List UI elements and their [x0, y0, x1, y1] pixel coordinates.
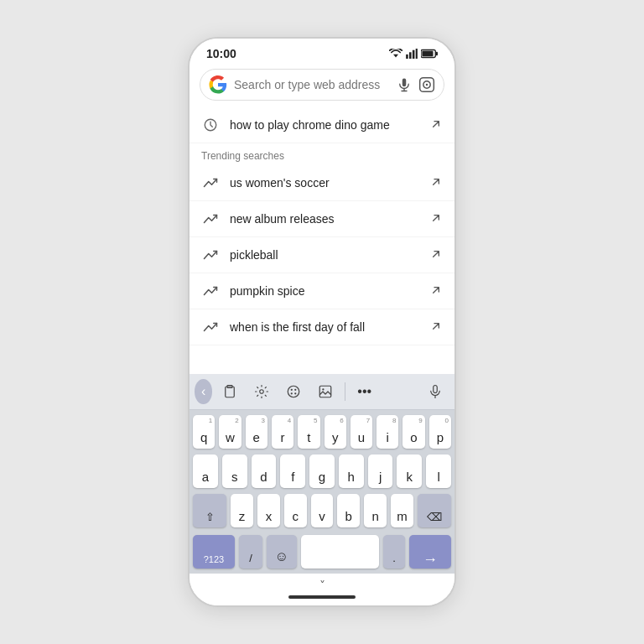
- key-o[interactable]: 9o: [402, 415, 424, 449]
- google-logo: [209, 75, 227, 94]
- key-q[interactable]: 1q: [193, 415, 215, 449]
- wifi-icon: [389, 49, 402, 59]
- key-period[interactable]: .: [383, 535, 405, 569]
- mic-button[interactable]: [397, 77, 412, 92]
- key-j[interactable]: j: [368, 454, 393, 488]
- svg-rect-8: [402, 79, 407, 87]
- key-enter[interactable]: →: [409, 535, 451, 569]
- trending-arrow-3: [429, 283, 443, 299]
- recent-search-item[interactable]: how to play chrome dino game: [190, 107, 454, 143]
- key-f[interactable]: f: [280, 454, 305, 488]
- key-l[interactable]: l: [426, 454, 451, 488]
- svg-rect-23: [320, 386, 332, 397]
- svg-rect-7: [422, 51, 433, 56]
- search-input[interactable]: [234, 78, 390, 91]
- search-bar-wrap: [190, 64, 454, 107]
- mic-kb-icon: [428, 384, 443, 399]
- svg-rect-6: [436, 52, 438, 56]
- key-h[interactable]: h: [339, 454, 364, 488]
- keyboard-more-button[interactable]: •••: [351, 379, 378, 404]
- key-w[interactable]: 2w: [219, 415, 241, 449]
- battery-icon: [421, 49, 438, 59]
- key-a[interactable]: a: [193, 454, 218, 488]
- keyboard-row-1: 1q 2w 3e 4r 5t 6y 7u 8i 9o 0p: [193, 415, 451, 449]
- svg-rect-1: [406, 55, 408, 59]
- trending-item-1[interactable]: new album releases: [190, 201, 454, 237]
- signal-icon: [406, 49, 418, 59]
- status-time: 10:00: [206, 47, 236, 60]
- nav-pill: [288, 595, 356, 599]
- svg-point-19: [291, 389, 293, 391]
- trending-item-0[interactable]: us women's soccer: [190, 165, 454, 201]
- trending-item-3[interactable]: pumpkin spice: [190, 273, 454, 309]
- svg-point-17: [260, 390, 264, 394]
- keyboard-toolbar: ‹: [190, 374, 454, 410]
- key-t[interactable]: 5t: [298, 415, 319, 449]
- key-c[interactable]: c: [284, 494, 307, 527]
- keyboard-bottom-row: ?123 / ☺ . →: [190, 535, 454, 574]
- recent-search-text: how to play chrome dino game: [230, 118, 419, 132]
- recent-arrow-icon: [429, 117, 443, 133]
- key-d[interactable]: d: [252, 454, 277, 488]
- key-n[interactable]: n: [364, 494, 387, 527]
- svg-point-20: [294, 389, 296, 391]
- key-s[interactable]: s: [222, 454, 247, 488]
- status-bar: 10:00: [190, 39, 454, 64]
- key-emoji[interactable]: ☺: [267, 535, 297, 569]
- trending-arrow-0: [429, 175, 443, 191]
- svg-rect-2: [409, 52, 412, 59]
- key-m[interactable]: m: [391, 494, 413, 527]
- key-p[interactable]: 0p: [429, 415, 451, 449]
- trending-text-2: pickleball: [230, 248, 419, 262]
- trending-text-0: us women's soccer: [230, 176, 419, 190]
- keyboard-back-button[interactable]: ‹: [195, 379, 212, 404]
- key-b[interactable]: b: [337, 494, 360, 527]
- svg-point-13: [426, 84, 428, 86]
- keyboard-image-button[interactable]: [311, 379, 340, 404]
- keyboard-settings-button[interactable]: [247, 379, 276, 404]
- trend-icon-0: [201, 174, 220, 192]
- keyboard-clipboard-button[interactable]: [216, 379, 244, 404]
- suggestions-list: how to play chrome dino game Trending se…: [190, 107, 454, 374]
- lens-button[interactable]: [418, 76, 435, 93]
- trending-label: Trending searches: [190, 143, 454, 165]
- trending-item-2[interactable]: pickleball: [190, 237, 454, 273]
- svg-point-18: [288, 386, 300, 397]
- trending-text-1: new album releases: [230, 212, 419, 226]
- keyboard-theme-button[interactable]: [279, 379, 308, 404]
- history-icon: [201, 116, 220, 134]
- key-numbers[interactable]: ?123: [193, 535, 235, 569]
- key-slash[interactable]: /: [239, 535, 262, 569]
- svg-point-22: [294, 392, 296, 394]
- trending-item-4[interactable]: when is the first day of fall: [190, 309, 454, 345]
- key-y[interactable]: 6y: [325, 415, 346, 449]
- trend-icon-2: [201, 246, 220, 264]
- key-r[interactable]: 4r: [272, 415, 293, 449]
- image-icon: [318, 384, 333, 399]
- key-space[interactable]: [301, 535, 379, 569]
- key-g[interactable]: g: [309, 454, 335, 488]
- keyboard-mic-button[interactable]: [421, 379, 449, 404]
- keyboard: ‹: [190, 374, 454, 574]
- key-e[interactable]: 3e: [246, 415, 267, 449]
- svg-rect-3: [413, 50, 415, 59]
- key-z[interactable]: z: [231, 494, 253, 527]
- nav-bar: ˅: [190, 574, 454, 605]
- clipboard-icon: [222, 384, 237, 399]
- key-delete[interactable]: ⌫: [418, 494, 451, 527]
- search-bar[interactable]: [200, 69, 444, 101]
- trend-icon-3: [201, 282, 220, 300]
- status-icons: [389, 49, 438, 59]
- svg-rect-25: [434, 386, 438, 393]
- key-i[interactable]: 8i: [377, 415, 398, 449]
- trending-arrow-2: [429, 247, 443, 263]
- key-v[interactable]: v: [311, 494, 334, 527]
- key-x[interactable]: x: [257, 494, 280, 527]
- key-k[interactable]: k: [397, 454, 422, 488]
- trending-text-4: when is the first day of fall: [230, 320, 419, 334]
- gear-icon: [254, 384, 269, 399]
- key-u[interactable]: 7u: [351, 415, 372, 449]
- key-shift[interactable]: ⇧: [193, 494, 226, 527]
- svg-rect-4: [416, 49, 418, 59]
- palette-icon: [286, 384, 301, 399]
